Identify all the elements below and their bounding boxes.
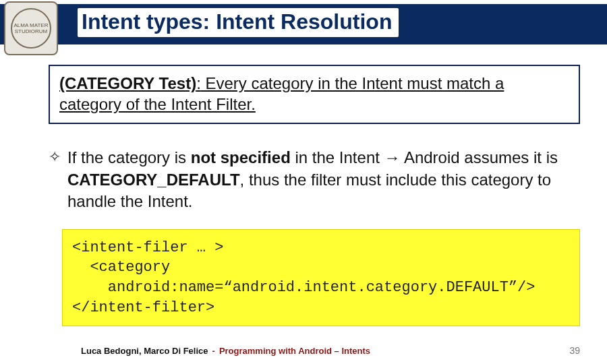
code-line-4: </intent-filter> [72,299,214,316]
rule-colon: : [196,74,201,92]
category-test-rule-box: (CATEGORY Test): Every category in the I… [49,65,580,124]
bullet-part2: in the Intent [291,148,384,166]
footer-authors: Luca Bedogni, Marco Di Felice [81,346,208,356]
bullet-marker-icon: ✧ [49,147,61,212]
code-line-2: <category [72,259,170,276]
title-post: Intent Resolution [210,9,392,34]
bullet-item: ✧ If the category is not specified in th… [49,147,580,212]
footer-course: Programming with Android – Intents [219,346,370,356]
university-seal-icon: ALMA MATER STUDIORUM [4,1,58,55]
xml-code-block: <intent-filer … > <category android:name… [62,229,580,327]
bullet-part3: Android assumes it is [401,148,558,166]
bullet-bold1: not specified [191,148,291,166]
slide-content: (CATEGORY Test): Every category in the I… [0,49,607,333]
rule-label: (CATEGORY Test) [59,74,196,92]
seal-ring: ALMA MATER STUDIORUM [11,8,51,49]
bullet-bold2: CATEGORY_DEFAULT [67,171,240,189]
footer-separator: - [212,346,215,356]
slide-footer: Luca Bedogni, Marco Di Felice - Programm… [0,345,607,356]
bullet-part1: If the category is [67,148,191,166]
arrow-icon: → [384,148,401,166]
seal-text: ALMA MATER STUDIORUM [12,22,50,34]
bullet-text: If the category is not specified in the … [67,147,573,212]
page-number: 39 [569,345,580,356]
title-pre: Intent [82,9,146,34]
code-line-1: <intent-filer … > [72,239,223,256]
title-accent: types: [146,9,210,34]
code-line-3: android:name=“android.intent.category.DE… [72,279,536,296]
slide-title: Intent types: Intent Resolution [78,8,399,37]
slide-header: ALMA MATER STUDIORUM Intent types: Inten… [0,0,607,49]
